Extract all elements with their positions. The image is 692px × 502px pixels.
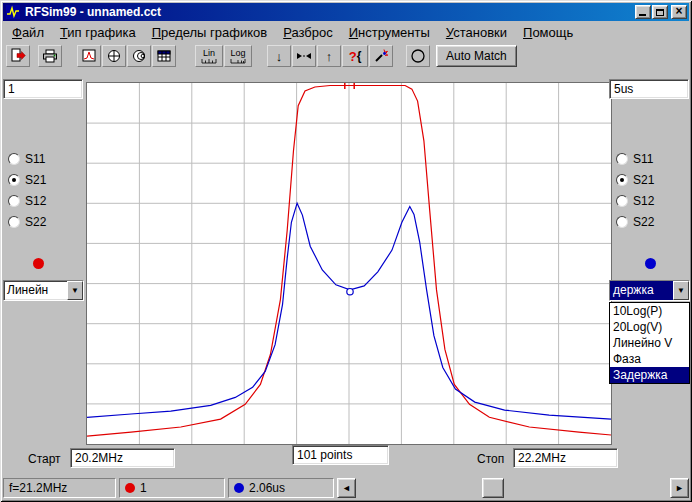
auto-match-button[interactable]: Auto Match (436, 45, 517, 67)
polar-chart-icon (106, 48, 122, 64)
app-icon[interactable] (5, 5, 21, 19)
plot-canvas[interactable] (87, 83, 611, 444)
trace1-color-dot (33, 258, 44, 269)
linear-scale-label: Lin (203, 49, 215, 58)
chevron-down-icon[interactable]: ▼ (673, 281, 689, 300)
radio-label: S22 (25, 215, 46, 229)
circle-icon (410, 48, 426, 64)
right-radio-s12[interactable]: S12 (616, 193, 654, 208)
radio-label: S11 (25, 152, 45, 166)
trace2-color-dot (645, 258, 656, 269)
left-radio-s22[interactable]: S22 (8, 214, 46, 229)
marker2-value-field[interactable] (609, 79, 689, 99)
start-freq-field[interactable] (70, 448, 175, 468)
left-radio-s21[interactable]: S21 (8, 172, 46, 187)
radio-icon (616, 216, 628, 228)
status-frequency: f=21.2MHz (3, 478, 116, 498)
menu-item-spread[interactable]: Разброс (275, 23, 341, 42)
scale-up-button[interactable]: ↑ (317, 45, 341, 67)
menu-item-graph-limits[interactable]: Пределы графиков (144, 23, 276, 42)
dropdown-option[interactable]: 20Log(V) (610, 319, 689, 335)
smith-chart-button[interactable] (127, 45, 151, 67)
log-scale-button[interactable]: Log (224, 45, 252, 67)
scale-combo-right[interactable]: держка ▼ (609, 280, 690, 301)
radio-label: S11 (633, 152, 653, 166)
menu-item-settings[interactable]: Установки (438, 23, 515, 42)
radio-icon (616, 174, 628, 186)
marker2-color-icon (234, 483, 244, 493)
left-radio-s11[interactable]: S11 (8, 151, 45, 166)
stop-freq-field[interactable] (513, 448, 618, 468)
chevron-down-icon[interactable]: ▼ (67, 281, 83, 300)
linear-ruler-icon (201, 58, 217, 64)
tune-spark-icon (373, 48, 389, 64)
radio-label: S21 (25, 173, 46, 187)
right-radio-s21[interactable]: S21 (616, 172, 654, 187)
export-icon (10, 48, 26, 64)
print-button[interactable] (38, 45, 62, 67)
tune-slider-thumb[interactable] (482, 478, 504, 498)
radio-icon (8, 195, 20, 207)
table-icon (156, 48, 172, 64)
dropdown-option[interactable]: Задержка (610, 367, 689, 383)
maximize-button[interactable] (652, 5, 668, 19)
menu-item-tools[interactable]: Инструменты (341, 23, 438, 42)
minimize-button[interactable] (635, 5, 651, 19)
left-radio-s12[interactable]: S12 (8, 193, 46, 208)
marker2-readout: 2.06us (249, 481, 285, 495)
radio-icon (8, 153, 20, 165)
rect-graph-button[interactable] (77, 45, 101, 67)
points-field[interactable] (292, 445, 389, 465)
radio-icon (8, 216, 20, 228)
start-label: Старт (28, 452, 61, 466)
toolbar-spacer (177, 56, 195, 57)
menu-bar: Файл Тип графика Пределы графиков Разбро… (3, 22, 689, 42)
tune-button[interactable] (369, 45, 393, 67)
status-marker2: 2.06us (228, 478, 334, 498)
title-bar: RFSim99 - unnamed.cct × (3, 3, 689, 21)
dropdown-option[interactable]: Линейно V (610, 335, 689, 351)
radio-icon (616, 153, 628, 165)
linear-scale-button[interactable]: Lin (195, 45, 223, 67)
marker1-value-field[interactable] (3, 79, 83, 99)
log-ruler-icon (230, 58, 246, 64)
query-value-button[interactable]: ?{ (342, 45, 368, 67)
menu-item-help[interactable]: Помощь (515, 23, 581, 42)
dropdown-option[interactable]: Фаза (610, 351, 689, 367)
match-circle-button[interactable] (406, 45, 430, 67)
fit-arrows-icon (296, 48, 312, 64)
minimize-icon (639, 14, 646, 16)
tune-scroll-left-button[interactable]: ◄ (337, 478, 356, 498)
marker1-color-icon (125, 483, 135, 493)
export-button[interactable] (6, 45, 30, 67)
up-arrow-icon: ↑ (326, 50, 333, 63)
app-logo-icon (6, 5, 20, 19)
frequency-readout: f=21.2MHz (9, 481, 67, 495)
polar-chart-button[interactable] (102, 45, 126, 67)
stop-label: Стоп (477, 452, 504, 466)
window-title: RFSim99 - unnamed.cct (25, 5, 634, 19)
tune-scroll-right-button[interactable]: ► (670, 478, 689, 498)
brace-icon: { (357, 50, 362, 62)
radio-label: S21 (633, 173, 654, 187)
graph-area[interactable] (86, 82, 612, 445)
table-button[interactable] (152, 45, 176, 67)
menu-item-graph-type[interactable]: Тип графика (52, 23, 144, 42)
scale-down-button[interactable]: ↓ (267, 45, 291, 67)
scale-combo-left[interactable]: Линейн ▼ (3, 280, 84, 301)
close-button[interactable]: × (671, 5, 687, 19)
right-radio-s11[interactable]: S11 (616, 151, 653, 166)
toolbar: Lin Log ↓ ↑ ?{ (3, 43, 689, 69)
auto-fit-button[interactable] (292, 45, 316, 67)
menu-item-file[interactable]: Файл (4, 23, 52, 42)
rect-graph-icon (81, 48, 97, 64)
dropdown-option[interactable]: 10Log(P) (610, 303, 689, 319)
marker1-readout: 1 (140, 481, 147, 495)
log-scale-label: Log (230, 49, 245, 58)
right-radio-s22[interactable]: S22 (616, 214, 654, 229)
print-icon (42, 48, 58, 64)
toolbar-spacer (31, 56, 38, 57)
toolbar-spacer (63, 56, 77, 57)
combo-value: держка (610, 281, 673, 300)
down-arrow-icon: ↓ (276, 50, 283, 63)
